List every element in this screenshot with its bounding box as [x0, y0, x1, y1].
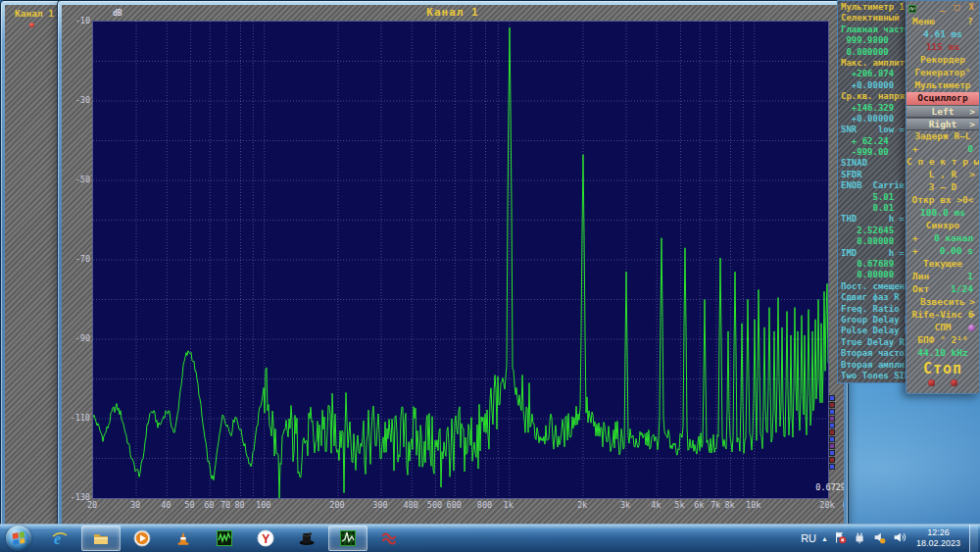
menu-item-window-length[interactable]: 100.0 ms — [906, 207, 979, 220]
taskbar[interactable]: eY RU ▲ 12:26 18.02.2023 — [0, 524, 980, 552]
menu-item-sync-offset[interactable]: +0.00 s — [906, 245, 979, 258]
taskbar-icon-spectrum-analyzer[interactable] — [328, 526, 368, 551]
tray-icon-action-center-flag[interactable] — [833, 530, 849, 546]
marker-color-swatch[interactable] — [829, 409, 835, 415]
marker-color-swatch[interactable] — [829, 464, 835, 470]
info-line: 999.9800 — [841, 35, 908, 46]
menu-item-label: + — [912, 232, 918, 245]
show-desktop-button[interactable] — [969, 525, 978, 552]
spectrum-chart-window[interactable]: Канал 1 dB -10-30-50-70-90-110-130 20304… — [57, 0, 849, 533]
clock[interactable]: 12:26 18.02.2023 — [912, 527, 964, 549]
marker-color-swatch[interactable] — [829, 429, 835, 435]
info-line: SFDR — [841, 170, 908, 180]
sphere-icon — [968, 325, 975, 331]
menu-item-spectra-lr[interactable]: L , R> — [906, 169, 979, 181]
menu-item-three-d[interactable]: 3 – D — [906, 181, 979, 194]
language-indicator[interactable]: RU — [801, 532, 816, 544]
taskbar-icon-vlc[interactable] — [164, 526, 203, 551]
windows-flag-pane — [19, 531, 24, 537]
marker-color-swatch[interactable] — [829, 443, 835, 449]
tray-icon-plug[interactable] — [853, 530, 868, 546]
menu-item-oscillograph[interactable]: Осциллогр — [906, 92, 979, 105]
y-tick-label: -30 — [64, 95, 90, 105]
menu-item-lin[interactable]: Лин1 — [906, 271, 979, 283]
menu-item-value: 1 — [967, 271, 973, 283]
taskbar-icon-wave-app[interactable] — [369, 526, 409, 551]
marker-color-swatch[interactable] — [829, 457, 835, 463]
menu-item-label: Лин — [912, 271, 929, 283]
menu-item-rife-vinc[interactable]: Rife-Vinc 6> — [906, 309, 979, 322]
x-tick-label: 10k — [739, 500, 768, 510]
menu-titlebar[interactable]: _ □ X — [906, 1, 979, 16]
menu-item-recorder[interactable]: Рекордер — [906, 54, 979, 67]
menu-item-oct[interactable]: Окт1/24 — [906, 283, 979, 296]
x-tick-label: 1k — [494, 500, 523, 510]
info-line: 0.00000 — [841, 236, 908, 247]
x-tick-label: 300 — [366, 500, 395, 510]
y-tick-label: -110 — [64, 413, 90, 423]
chart-title: Канал 1 — [62, 6, 844, 19]
spectrum-svg — [93, 22, 828, 498]
marker-color-swatch[interactable] — [829, 416, 835, 422]
wave-app-icon — [380, 529, 398, 547]
menu-item-delay-value[interactable]: +0 — [906, 143, 979, 156]
marker-color-buttons[interactable] — [829, 395, 835, 470]
menu-item-label: + — [912, 245, 918, 258]
menu-item-fft-size[interactable]: БПФ ° 2¹⁶ — [906, 334, 979, 347]
menu-item-delay-rl[interactable]: Задерж R–L — [906, 130, 979, 143]
menu-item-weighting[interactable]: Взвесить> — [906, 296, 979, 309]
taskbar-icon-media-player[interactable] — [122, 526, 162, 551]
menu-item-left[interactable]: Left> — [906, 105, 979, 118]
menu-item-multimeter[interactable]: Мультиметр — [906, 79, 979, 92]
menu-item-sample-rate[interactable]: 44.10 kHz — [906, 347, 979, 360]
marker-color-swatch[interactable] — [829, 395, 835, 401]
chevron-right-icon: > — [969, 169, 975, 179]
window-control-buttons[interactable]: _ □ X — [940, 2, 976, 12]
info-line: Макс. амплитуд — [841, 58, 908, 69]
tray-icon-volume-mixer[interactable] — [872, 530, 888, 546]
start-button[interactable] — [6, 526, 31, 551]
spectrum-plot[interactable] — [92, 21, 829, 499]
taskbar-icon-explorer[interactable] — [81, 526, 121, 551]
hidden-icons-chevron[interactable]: ▲ — [821, 535, 828, 542]
info-line: Two Tones SINA — [841, 371, 908, 381]
x-tick-label: 30 — [121, 500, 150, 510]
marker-color-swatch[interactable] — [829, 436, 835, 442]
chevron-right-icon: > — [969, 106, 975, 117]
menu-item-current[interactable]: Текущее — [906, 258, 979, 271]
menu-item-generator[interactable]: Генератор° — [906, 67, 979, 79]
marker-color-swatch[interactable] — [829, 402, 835, 408]
taskbar-icon-oscilloscope[interactable] — [205, 526, 244, 551]
marker-color-swatch[interactable] — [829, 450, 835, 456]
multimeter-info-panel: Мультиметр 1.2СелективныйГлавная частота… — [837, 0, 909, 383]
marker-color-swatch[interactable] — [829, 423, 835, 428]
info-line: IMD h = — [841, 248, 908, 259]
media-player-icon — [133, 529, 151, 547]
taskbar-icon-magic-hat[interactable] — [287, 526, 326, 551]
menu-item-open-input[interactable]: Откр вх >0< — [906, 194, 979, 207]
info-line: Пост. смещение — [841, 281, 908, 292]
menu-item-sync-channel[interactable]: +0 канал — [906, 232, 979, 245]
menu-item-label: Rife-Vinc 6 — [912, 309, 974, 320]
menu-item-menu[interactable]: Меню? — [906, 16, 979, 28]
menu-item-value: 1/24 — [951, 283, 973, 296]
menu-item-stop[interactable]: Стоп — [906, 360, 979, 377]
menu-item-sync[interactable]: Синхро — [906, 220, 979, 232]
clock-date: 18.02.2023 — [916, 538, 960, 548]
info-line: Вторая амплит — [841, 360, 908, 371]
info-line: ENOB Carrier — [841, 180, 908, 191]
menu-item-right[interactable]: Right> — [906, 118, 979, 130]
taskbar-icon-yandex-browser[interactable]: Y — [246, 526, 285, 551]
windows-flag-pane — [13, 539, 19, 545]
menu-item-latency-value[interactable]: 4.61 ms — [906, 28, 979, 41]
info-line: Мультиметр 1.2 — [841, 2, 908, 13]
x-tick-label: 3k — [611, 500, 640, 510]
x-axis-unit-label: Hz — [833, 500, 844, 510]
y-axis-unit-label: dB — [113, 9, 122, 18]
taskbar-icon-internet-explorer[interactable]: e — [40, 526, 79, 551]
menu-item-spectra[interactable]: С п е к т р ы — [906, 156, 979, 169]
menu-item-buffer-value[interactable]: 115 ms — [906, 41, 979, 54]
tray-icon-speaker[interactable] — [892, 530, 907, 546]
chevron-right-icon: > — [969, 119, 975, 129]
menu-item-psd[interactable]: СПМ — [906, 322, 979, 334]
